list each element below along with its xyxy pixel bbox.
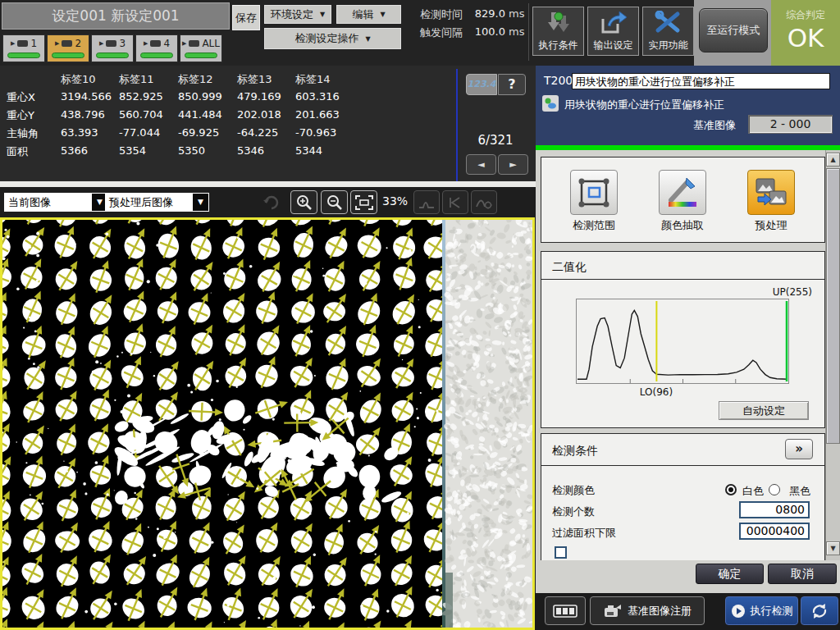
table-cell: 441.484 [178, 108, 222, 121]
utility-button[interactable]: 实用功能 [642, 7, 694, 56]
scroll-up-button[interactable]: ▲ [826, 153, 840, 167]
detect-region-button[interactable] [570, 170, 618, 215]
zoom-in-button[interactable] [290, 190, 317, 214]
play-icon: ▶ [144, 38, 148, 49]
stat-unit: ms [509, 7, 524, 20]
tab-status-bar [7, 52, 40, 58]
play-icon: ▶ [11, 38, 15, 49]
table-cell: 3194.566 [61, 90, 112, 103]
wrench-icon [655, 11, 682, 34]
table-column-header: 标签13 [237, 72, 272, 87]
min-area-input[interactable]: 00000400 [739, 523, 810, 540]
chevron-down-icon: ▼ [365, 35, 370, 43]
color-extract-button[interactable] [659, 170, 706, 215]
image-viewer [0, 217, 535, 630]
app-window: 设定001 新设定001 保存 环境设定 ▼ 编辑 ▼ 检测设定操作 ▼ ▶1▶… [0, 0, 840, 630]
play-icon: ▶ [99, 38, 103, 49]
table-cell: 主轴角 [7, 126, 39, 141]
table-cell: 5346 [237, 144, 264, 157]
register-ref-image-label: 基准图像注册 [628, 604, 692, 619]
setting-title: 设定001 新设定001 [2, 2, 230, 30]
table-cell: 5344 [295, 144, 322, 157]
zoom-out-button[interactable] [321, 190, 348, 214]
strip-icon [106, 40, 116, 47]
continuous-run-button[interactable] [801, 596, 838, 625]
inspection-image[interactable] [2, 220, 532, 628]
strip-icon [189, 40, 199, 47]
table-cell: -69.925 [178, 126, 219, 139]
play-icon: ▶ [182, 38, 186, 49]
judgement-value: OK [771, 22, 840, 53]
ref-image-value[interactable]: 2 - 000 [748, 115, 833, 134]
scroll-down-button[interactable]: ▼ [826, 541, 840, 555]
radio-white[interactable] [725, 484, 737, 495]
checkbox[interactable] [555, 546, 567, 559]
cancel-button[interactable]: 取消 [768, 564, 837, 584]
binarization-title: 二值化 [552, 260, 587, 275]
loop-icon [810, 602, 829, 620]
tab-3[interactable]: ▶3 [91, 34, 134, 62]
fit-view-button[interactable] [350, 190, 377, 214]
tool-subtitle: 用块状物的重心进行位置偏移补正 [564, 98, 724, 112]
color-extract-label: 颜色抽取 [646, 218, 719, 233]
radio-black[interactable] [769, 484, 780, 495]
numeric-display-button[interactable]: 123.4 [466, 74, 497, 95]
preprocess-icon [753, 176, 789, 210]
output-settings-label: 输出设定 [588, 39, 638, 52]
to-run-mode-button[interactable]: 至运行模式 [699, 8, 768, 52]
play-icon [731, 604, 746, 619]
save-button[interactable]: 保存 [232, 5, 260, 30]
auto-set-button[interactable]: 自动设定 [719, 401, 809, 420]
table-cell: 850.999 [178, 90, 222, 103]
ok-button[interactable]: 确定 [696, 564, 764, 584]
chevron-down-icon: ▼ [320, 11, 325, 18]
tool-type-icon [542, 95, 559, 112]
detect-count-label: 检测个数 [552, 504, 595, 519]
histogram-plot[interactable] [576, 299, 789, 384]
histogram-tool-icon [413, 190, 440, 214]
run-detection-button[interactable]: 执行检测 [725, 596, 798, 625]
divider [456, 69, 458, 181]
detect-settings-menu-button[interactable]: 检测设定操作 ▼ [264, 28, 401, 49]
page-indicator: 6/321 [459, 133, 532, 149]
edit-menu-button[interactable]: 编辑 ▼ [336, 5, 401, 24]
register-ref-image-button[interactable]: 基准图像注册 [590, 596, 705, 625]
radio-black-label: 黑色 [789, 484, 810, 499]
tool-name-input[interactable]: 用块状物的重心进行位置偏移补正 [572, 73, 830, 89]
color-picker-icon [664, 176, 701, 210]
tab-2[interactable]: ▶2 [47, 34, 89, 62]
table-cell: 5354 [119, 144, 146, 157]
filmstrip-icon [553, 603, 578, 619]
filmstrip-button[interactable] [545, 596, 586, 625]
preprocess-button[interactable] [747, 170, 795, 215]
next-page-button[interactable]: ► [498, 154, 528, 175]
tab-1[interactable]: ▶1 [2, 34, 45, 62]
table-column-header: 标签14 [295, 72, 331, 87]
image-source-value: 当前图像 [5, 194, 92, 211]
output-settings-button[interactable]: 输出设定 [587, 7, 639, 56]
curve-settings-icon [471, 190, 497, 214]
environment-menu-button[interactable]: 环境设定 ▼ [264, 5, 331, 24]
image-source-dropdown[interactable]: 当前图像 ▼ [4, 193, 108, 212]
table-column-header: 标签10 [61, 72, 96, 87]
table-cell: -64.225 [237, 126, 278, 139]
stat-value-detect-time: 829.0 [464, 7, 505, 20]
tab-status-bar [185, 52, 217, 58]
tab-4[interactable]: ▶4 [135, 34, 178, 62]
exec-condition-button[interactable]: 执行条件 [532, 7, 584, 56]
table-cell: 201.663 [295, 108, 340, 121]
image-stage-dropdown[interactable]: 预处理后图像 ▼ [105, 193, 209, 212]
zoom-level: 33% [382, 194, 408, 208]
help-button[interactable]: ? [498, 74, 526, 95]
tab-ALL[interactable]: ▶ALL [180, 34, 222, 62]
detect-count-input[interactable]: 0800 [739, 501, 810, 518]
fit-view-icon [355, 195, 373, 210]
tab-status-bar [96, 52, 129, 58]
flow-arrows-icon [545, 11, 573, 34]
table-cell: 479.169 [237, 90, 281, 103]
table-cell: 852.925 [119, 90, 163, 103]
expand-button[interactable]: » [785, 439, 813, 459]
prev-page-button[interactable]: ◄ [466, 154, 496, 175]
scroll-thumb[interactable] [826, 168, 840, 444]
table-column-header: 标签11 [119, 72, 154, 87]
